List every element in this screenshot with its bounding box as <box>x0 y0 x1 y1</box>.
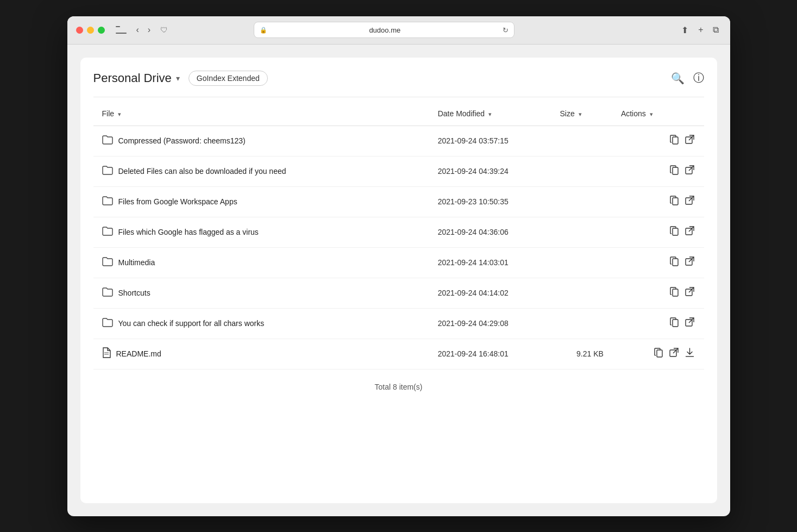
column-header-actions[interactable]: Actions ▾ <box>612 102 704 126</box>
header-actions: 🔍 ⓘ <box>671 71 704 85</box>
drive-selector[interactable]: Personal Drive ▾ <box>93 71 180 85</box>
drive-chevron-icon: ▾ <box>176 74 180 83</box>
toolbar-right: ⬆ + ⧉ <box>679 24 721 36</box>
svg-line-20 <box>689 318 694 323</box>
title-bar: ‹ › 🛡 🔒 dudoo.me ↻ ⬆ + ⧉ <box>67 16 730 45</box>
table-row: Compressed (Password: cheems123)2021-09-… <box>93 126 704 156</box>
svg-rect-18 <box>673 320 678 327</box>
tabs-button[interactable]: ⧉ <box>711 24 721 36</box>
copy-link-button[interactable] <box>653 347 664 361</box>
svg-line-8 <box>689 196 694 201</box>
table-row: Files which Google has flagged as a viru… <box>93 217 704 247</box>
open-external-button[interactable] <box>684 164 695 178</box>
sidebar-toggle-button[interactable] <box>116 26 127 34</box>
open-external-button[interactable] <box>684 316 695 330</box>
actions-cell <box>621 164 695 179</box>
svg-line-25 <box>673 348 678 353</box>
copy-link-button[interactable] <box>669 316 680 331</box>
file-name-text[interactable]: Shortcuts <box>118 289 150 297</box>
reload-button[interactable]: ↻ <box>503 26 509 34</box>
address-bar[interactable]: 🔒 dudoo.me ↻ <box>254 22 514 38</box>
new-tab-button[interactable]: + <box>696 24 705 36</box>
folder-icon <box>102 226 113 239</box>
date-cell: 2021-09-24 04:14:02 <box>429 278 551 308</box>
folder-icon <box>102 135 113 147</box>
url-display: dudoo.me <box>271 26 499 34</box>
size-sort-icon: ▾ <box>579 111 582 117</box>
copy-link-button[interactable] <box>669 286 680 301</box>
column-header-size[interactable]: Size ▾ <box>551 102 612 126</box>
size-cell <box>551 126 612 156</box>
file-name-cell: Deleted Files can also be downloaded if … <box>102 165 421 178</box>
copy-link-button[interactable] <box>669 164 680 179</box>
file-name-text[interactable]: Files which Google has flagged as a viru… <box>118 228 259 236</box>
forward-button[interactable]: › <box>145 24 154 36</box>
size-cell <box>551 308 612 339</box>
maximize-button[interactable] <box>98 27 105 34</box>
file-table: File ▾ Date Modified ▾ Size ▾ Actions ▾ <box>93 102 704 370</box>
search-button[interactable]: 🔍 <box>671 71 685 85</box>
open-external-button[interactable] <box>684 134 695 148</box>
folder-icon <box>102 317 113 330</box>
svg-line-17 <box>689 287 694 292</box>
date-sort-icon: ▾ <box>488 111 492 117</box>
folder-icon <box>102 165 113 178</box>
column-header-file[interactable]: File ▾ <box>93 102 429 126</box>
svg-line-2 <box>689 135 694 140</box>
table-row: Shortcuts2021-09-24 04:14:02 <box>93 278 704 308</box>
date-cell: 2021-09-24 03:57:15 <box>429 126 551 156</box>
size-cell <box>551 186 612 217</box>
drive-title: Personal Drive <box>93 71 172 85</box>
open-external-button[interactable] <box>684 286 695 300</box>
actions-cell <box>621 134 695 148</box>
goindex-badge[interactable]: GoIndex Extended <box>189 71 268 86</box>
column-header-date[interactable]: Date Modified ▾ <box>429 102 551 126</box>
svg-rect-23 <box>657 350 662 357</box>
file-sort-icon: ▾ <box>118 111 121 117</box>
open-external-button[interactable] <box>684 195 695 209</box>
close-button[interactable] <box>76 27 83 34</box>
date-cell: 2021-09-24 16:48:01 <box>429 339 551 369</box>
copy-link-button[interactable] <box>669 225 680 240</box>
page-content: Personal Drive ▾ GoIndex Extended 🔍 ⓘ Fi… <box>80 58 717 503</box>
folder-icon <box>102 196 113 208</box>
copy-link-button[interactable] <box>669 134 680 148</box>
file-name-cell: You can check if support for all chars w… <box>102 317 421 330</box>
file-name-cell: README.md <box>102 347 421 360</box>
file-name-text[interactable]: Compressed (Password: cheems123) <box>118 136 246 145</box>
file-name-text[interactable]: You can check if support for all chars w… <box>118 319 265 328</box>
help-button[interactable]: ⓘ <box>693 71 704 85</box>
file-name-cell: Files from Google Workspace Apps <box>102 196 421 208</box>
copy-link-button[interactable] <box>669 195 680 209</box>
file-name-text[interactable]: Multimedia <box>118 258 155 267</box>
actions-cell <box>621 255 695 270</box>
table-header-row: File ▾ Date Modified ▾ Size ▾ Actions ▾ <box>93 102 704 126</box>
svg-line-5 <box>689 166 694 171</box>
back-button[interactable]: ‹ <box>133 24 142 36</box>
date-cell: 2021-09-24 04:29:08 <box>429 308 551 339</box>
nav-arrows: ‹ › <box>133 24 154 36</box>
copy-link-button[interactable] <box>669 255 680 270</box>
share-button[interactable]: ⬆ <box>679 24 691 36</box>
file-name-cell: Multimedia <box>102 256 421 269</box>
file-icon <box>102 347 111 360</box>
open-external-button[interactable] <box>668 347 680 361</box>
date-cell: 2021-09-24 04:39:24 <box>429 156 551 186</box>
traffic-lights <box>76 27 105 34</box>
table-row: Multimedia2021-09-24 14:03:01 <box>93 247 704 278</box>
page-header: Personal Drive ▾ GoIndex Extended 🔍 ⓘ <box>93 71 704 97</box>
svg-rect-12 <box>673 259 678 266</box>
file-name-text[interactable]: Deleted Files can also be downloaded if … <box>118 167 286 176</box>
minimize-button[interactable] <box>87 27 94 34</box>
download-button[interactable] <box>684 347 695 361</box>
table-row: README.md2021-09-24 16:48:019.21 KB <box>93 339 704 369</box>
table-row: Files from Google Workspace Apps2021-09-… <box>93 186 704 217</box>
folder-icon <box>102 287 113 299</box>
file-name-text[interactable]: Files from Google Workspace Apps <box>118 197 237 206</box>
file-name-text[interactable]: README.md <box>116 349 161 358</box>
open-external-button[interactable] <box>684 255 695 270</box>
file-name-cell: Shortcuts <box>102 287 421 299</box>
browser-window: ‹ › 🛡 🔒 dudoo.me ↻ ⬆ + ⧉ Personal Drive … <box>67 16 730 516</box>
open-external-button[interactable] <box>684 225 695 239</box>
svg-line-11 <box>689 227 694 231</box>
